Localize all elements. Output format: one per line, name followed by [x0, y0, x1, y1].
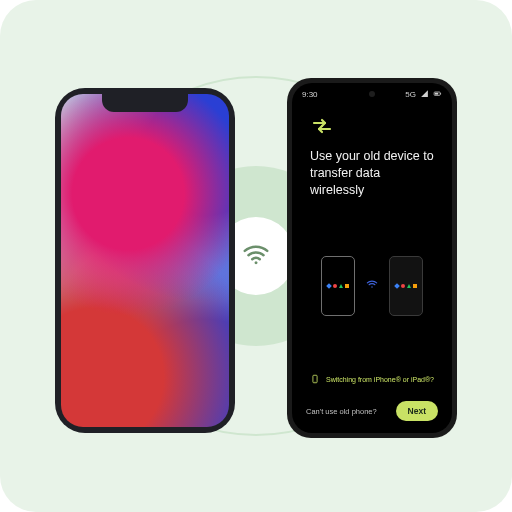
- battery-icon: [433, 89, 442, 100]
- transfer-arrows-icon: [292, 106, 452, 142]
- new-device-phone: 9:30 5G Use your old device to tr: [287, 78, 457, 438]
- wizard-footer: Can't use old phone? Next: [292, 391, 452, 433]
- google-shapes: [327, 284, 349, 288]
- switching-hint-text: Switching from iPhone® or iPad®?: [326, 376, 434, 383]
- mini-old-device: [321, 256, 355, 316]
- svg-point-6: [315, 381, 316, 382]
- iphone-notch: [102, 94, 188, 112]
- svg-point-0: [255, 261, 258, 264]
- network-label: 5G: [405, 90, 416, 99]
- svg-point-4: [371, 287, 373, 289]
- status-right-cluster: 5G: [405, 89, 442, 100]
- next-button[interactable]: Next: [396, 401, 438, 421]
- camera-punch-hole: [369, 91, 375, 97]
- wifi-icon: [241, 239, 271, 273]
- svg-rect-3: [435, 93, 438, 95]
- promo-card: 9:30 5G Use your old device to tr: [0, 0, 512, 512]
- setup-headline: Use your old device to transfer data wir…: [292, 142, 452, 199]
- cant-use-old-phone-link[interactable]: Can't use old phone?: [306, 407, 377, 416]
- status-time: 9:30: [302, 90, 318, 99]
- svg-rect-2: [440, 93, 441, 95]
- switching-from-iphone-link[interactable]: Switching from iPhone® or iPad®?: [292, 374, 452, 391]
- setup-wizard-screen: 9:30 5G Use your old device to tr: [292, 83, 452, 433]
- mini-new-device: [389, 256, 423, 316]
- google-shapes: [395, 284, 417, 288]
- signal-icon: [420, 89, 429, 100]
- device-pair-illustration: [292, 199, 452, 374]
- phone-iphone-icon: [310, 374, 320, 385]
- old-device-wallpaper: [61, 94, 229, 427]
- mini-wifi-icon: [365, 277, 379, 295]
- old-device-phone: [55, 88, 235, 433]
